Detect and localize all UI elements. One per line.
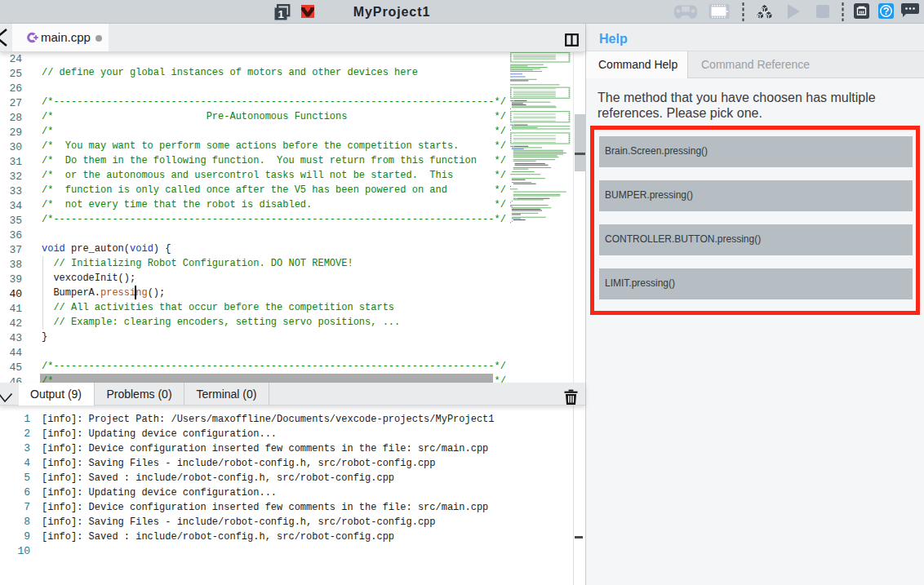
svg-text:?: ? <box>883 6 890 17</box>
svg-text:1: 1 <box>278 8 283 20</box>
